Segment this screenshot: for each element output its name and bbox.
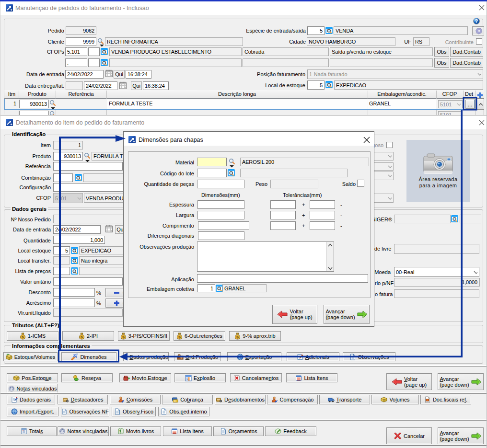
svg-text:?: ? [475, 19, 478, 24]
svg-text:$: $ [122, 334, 125, 339]
svg-text:$: $ [22, 334, 24, 339]
svg-text:$: $ [237, 334, 239, 339]
svg-text:$: $ [81, 334, 83, 339]
svg-text:$: $ [178, 334, 181, 339]
